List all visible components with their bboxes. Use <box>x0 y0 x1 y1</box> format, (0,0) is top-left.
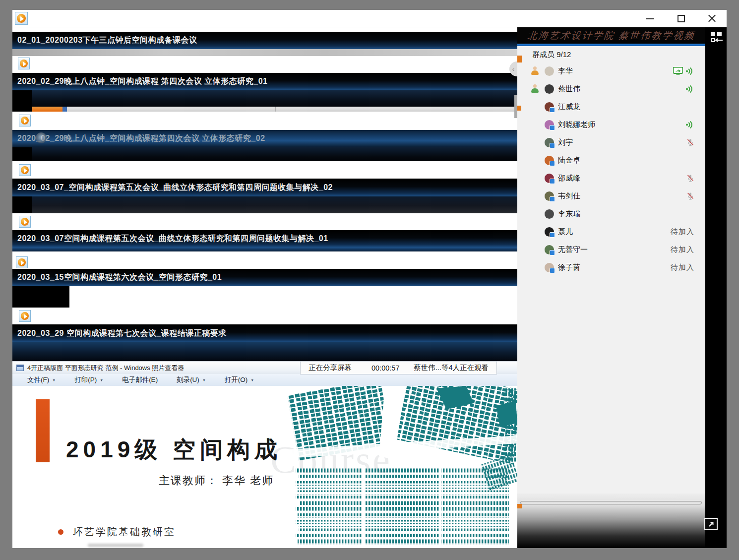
dropdown-arrow-icon: ▼ <box>250 378 254 382</box>
member-name: 刘宇 <box>558 138 573 147</box>
progress-tick <box>275 107 276 112</box>
avatar <box>545 227 554 237</box>
photo-viewer-title: 4开正稿版面 平面形态研究 范例 - Windows 照片查看器 <box>27 364 184 373</box>
member-row[interactable]: 韦剑仕 <box>517 187 705 205</box>
member-row[interactable]: 江威龙 <box>517 98 705 116</box>
member-status: 待加入 <box>671 263 694 272</box>
avatar <box>545 84 554 94</box>
member-row[interactable]: 聂儿待加入 <box>517 223 705 241</box>
speaking-icon <box>685 121 694 128</box>
video-title: 2020_03_07空间构成课程第五次会议_曲线立体形态研究和第四周问题收集与解… <box>17 234 328 244</box>
play-button[interactable] <box>19 164 31 176</box>
member-row[interactable]: 无善守一待加入 <box>517 241 705 258</box>
close-button[interactable] <box>705 11 719 26</box>
seek-bar[interactable] <box>520 501 702 504</box>
member-row[interactable]: 刘宇 <box>517 133 705 151</box>
photo-viewer-menubar: 文件(F)▼ 打印(P)▼ 电子邮件(E) 刻录(U)▼ 打开(O)▼ <box>12 374 517 386</box>
member-name: 聂儿 <box>558 227 573 237</box>
window-titlebar[interactable] <box>12 10 727 27</box>
video-content <box>12 248 517 251</box>
member-name: 蔡世伟 <box>558 84 580 94</box>
video-window-titlebar[interactable]: 2020_02_29晚上八点钟_空间构成课程第四次会议 立体形态研究_02 <box>12 130 517 147</box>
panel-header: 北海艺术设计学院 蔡世伟教学视频 <box>517 27 705 44</box>
muted-icon <box>686 138 694 146</box>
orange-accent <box>517 106 521 111</box>
play-button[interactable] <box>19 310 31 322</box>
video-content <box>12 147 32 161</box>
progress-bar[interactable] <box>32 107 517 112</box>
webcam-ghost-icon <box>36 132 47 143</box>
member-name: 陆金卓 <box>558 156 580 165</box>
toolbar-remnant <box>12 49 517 56</box>
avatar <box>545 174 554 183</box>
desktop-background: { "app_window": { "controls": [ {"name":… <box>0 0 739 560</box>
play-button[interactable] <box>16 256 28 268</box>
speaking-icon <box>685 85 694 93</box>
member-row[interactable]: 陆金卓 <box>517 151 705 169</box>
member-row[interactable]: 李华 <box>517 62 705 80</box>
popout-button[interactable] <box>704 518 718 530</box>
play-button[interactable] <box>19 216 31 228</box>
member-name: 李东瑞 <box>558 209 580 219</box>
dock-panel-button[interactable] <box>711 32 724 45</box>
progress-thumb[interactable] <box>62 107 67 112</box>
blurred-text-line <box>88 544 143 547</box>
pending-status: 待加入 <box>671 227 694 237</box>
menu-item-print[interactable]: 打印(P)▼ <box>74 375 103 384</box>
menu-item-file[interactable]: 文件(F)▼ <box>27 375 56 384</box>
member-panel: 群成员 9/12 李华蔡世伟江威龙刘晓娜老师刘宇陆金卓邵威峰韦剑仕李东瑞聂儿待加… <box>517 46 705 548</box>
menu-item-open[interactable]: 打开(O)▼ <box>225 375 254 384</box>
video-window-titlebar[interactable]: 2020_03_07空间构成课程第五次会议_曲线立体形态研究和第四周问题收集与解… <box>12 230 517 248</box>
member-row[interactable]: 蔡世伟 <box>517 80 705 98</box>
member-row[interactable]: 邵威峰 <box>517 169 705 187</box>
video-window-titlebar[interactable]: 2020_03_15空间构成课程第六次会议_空间形态研究_01 <box>12 269 517 286</box>
avatar <box>545 120 554 129</box>
menu-item-email[interactable]: 电子邮件(E) <box>122 375 158 384</box>
video-window-titlebar[interactable]: 2020_03_29 空间构成课程第七次会议_课程结课正稿要求 <box>12 324 517 342</box>
avatar <box>545 191 554 201</box>
video-window-titlebar[interactable]: 2020_02_29晚上八点钟_空间构成课程 第四次会议 立体形态研究_01 <box>12 73 517 90</box>
video-window-titlebar[interactable]: 02_01_20200203下午三点钟后空间构成备课会议 <box>12 32 517 49</box>
popout-arrow-icon <box>708 521 715 528</box>
muted-icon <box>686 174 694 182</box>
member-row[interactable]: 徐子茵待加入 <box>517 258 705 276</box>
screen-share-icon <box>673 67 683 75</box>
avatar <box>545 263 554 272</box>
member-name: 韦剑仕 <box>558 191 580 201</box>
member-name: 李华 <box>558 66 573 76</box>
video-content <box>12 196 32 213</box>
share-label: 正在分享屏幕 <box>308 363 352 373</box>
member-status <box>686 192 694 200</box>
video-title: 2020_02_29晚上八点钟_空间构成课程 第四次会议 立体形态研究_01 <box>17 76 267 87</box>
pending-status: 待加入 <box>671 263 694 272</box>
video-preview-fade <box>517 494 705 548</box>
video-title: 2020_03_07_空间构成课程第五次会议_曲线立体形态研究和第四周问题收集与… <box>17 183 333 193</box>
member-name: 江威龙 <box>558 102 580 112</box>
maximize-icon <box>677 15 685 22</box>
slide-accent-bar <box>36 399 50 462</box>
video-window-titlebar[interactable]: 2020_03_07_空间构成课程第五次会议_曲线立体形态研究和第四周问题收集与… <box>12 179 517 196</box>
video-title: 2020_03_29 空间构成课程第七次会议_课程结课正稿要求 <box>17 328 227 339</box>
photo-viewer-content: Course 2019级 空间构成 主课教师： 李华 老师 环艺学院基础教研室 <box>12 386 517 548</box>
slide-title: 2019级 空间构成 <box>66 435 282 465</box>
member-status <box>686 138 694 146</box>
minimize-button[interactable] <box>643 11 657 26</box>
media-player-icon[interactable] <box>15 12 28 25</box>
app-window: 02_01_20200203下午三点钟后空间构成备课会议 2020_02_29晚… <box>12 10 727 548</box>
avatar <box>545 209 554 219</box>
member-row[interactable]: 刘晓娜老师 <box>517 116 705 133</box>
close-icon <box>708 14 716 23</box>
maximize-button[interactable] <box>674 11 688 26</box>
member-status <box>673 67 694 75</box>
menu-item-burn[interactable]: 刻录(U)▼ <box>177 375 206 384</box>
member-status: 待加入 <box>671 227 694 237</box>
member-name: 无善守一 <box>558 245 588 254</box>
avatar <box>545 245 554 254</box>
orange-accent <box>517 56 522 62</box>
play-button[interactable] <box>18 58 30 69</box>
play-button[interactable] <box>19 115 31 126</box>
slide-teacher-line: 主课教师： 李华 老师 <box>159 473 274 488</box>
member-status <box>685 121 694 128</box>
member-status: 待加入 <box>671 245 694 254</box>
member-row[interactable]: 李东瑞 <box>517 205 705 223</box>
